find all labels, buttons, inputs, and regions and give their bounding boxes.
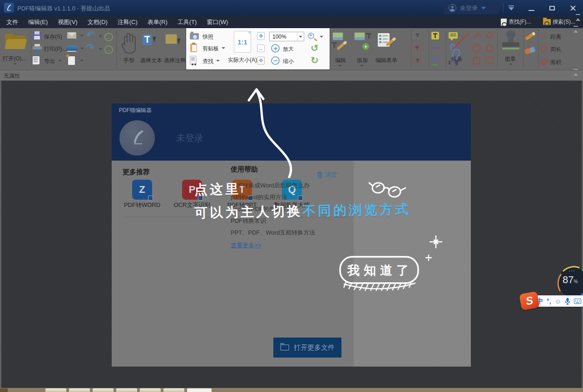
- edit-dropdown-icon[interactable]: [338, 65, 342, 67]
- taskbar-button[interactable]: [116, 388, 137, 392]
- stamp-dropdown-icon[interactable]: [509, 64, 513, 65]
- arrow-shape-button[interactable]: [472, 31, 481, 40]
- export-dropdown-icon[interactable]: [58, 60, 62, 62]
- search-menu-button[interactable]: 搜索(S)...: [543, 16, 575, 28]
- ime-emoji-icon[interactable]: ☺: [555, 298, 561, 305]
- taskbar-button[interactable]: [69, 388, 90, 392]
- menu-tools[interactable]: 工具(T): [178, 18, 203, 26]
- menubar-collapse-button[interactable]: [576, 18, 580, 21]
- add-content-button[interactable]: + 添加: [352, 30, 373, 69]
- ime-mic-icon[interactable]: [565, 298, 570, 305]
- rotate-right-button[interactable]: ↻: [311, 55, 319, 65]
- select-comment-button[interactable]: 选择注释: [163, 30, 187, 69]
- tutorial-confirm-button[interactable]: 我知道了: [334, 252, 429, 294]
- property-bar-collapse-button[interactable]: [573, 73, 578, 76]
- add-dropdown-icon[interactable]: [360, 65, 364, 67]
- minimize-button[interactable]: [521, 0, 541, 16]
- rectangle-shape-button[interactable]: [472, 56, 481, 65]
- close-button[interactable]: [563, 0, 583, 16]
- clear-button[interactable]: 清空: [317, 171, 337, 179]
- rotate-left-button[interactable]: ↺: [311, 43, 319, 53]
- taskbar-button[interactable]: [45, 388, 66, 392]
- zoom-in-icon: [271, 44, 280, 53]
- tutorial-hint-line2: 可以为主人切换不同的浏览方式: [194, 201, 411, 222]
- login-dropdown-icon[interactable]: [481, 7, 486, 10]
- polyline-shape-button[interactable]: [485, 31, 494, 40]
- menu-window[interactable]: 窗口(W): [207, 18, 234, 26]
- find-menu-button[interactable]: 查找(F)...: [501, 16, 531, 28]
- polygon-shape-button[interactable]: [485, 44, 494, 53]
- taskbar-button[interactable]: [140, 388, 161, 392]
- callout-tool-button[interactable]: [413, 57, 421, 64]
- welcome-avatar[interactable]: [119, 120, 155, 156]
- menu-edit[interactable]: 编辑(E): [28, 18, 54, 26]
- maximize-button[interactable]: [542, 0, 562, 16]
- user-login-widget[interactable]: 未登录: [444, 2, 499, 14]
- stamp-button[interactable]: 图章: [499, 28, 523, 70]
- magnifier-dropdown-icon[interactable]: [320, 36, 323, 38]
- app-pdf2word[interactable]: Z: [132, 180, 152, 200]
- zoom-level-select[interactable]: 100%: [269, 32, 304, 41]
- highlight-text-button[interactable]: [431, 32, 439, 39]
- clear-label: 清空: [325, 171, 337, 179]
- distance-icon: ↔: [538, 30, 549, 42]
- save-icon: [33, 31, 41, 40]
- mail-dropdown-icon[interactable]: [80, 35, 84, 37]
- scan-dropdown-icon[interactable]: [80, 48, 84, 49]
- hand-tool-button[interactable]: 手型: [119, 30, 139, 69]
- fit-page-button[interactable]: ✥: [257, 32, 265, 40]
- next-view-button[interactable]: →: [104, 45, 113, 54]
- perimeter-tool-button[interactable]: 周长: [539, 44, 548, 55]
- edit-content-button[interactable]: 编辑: [331, 30, 351, 69]
- text-box-tool-button[interactable]: [413, 44, 421, 51]
- text-field-tool-button[interactable]: [413, 32, 421, 39]
- find-dropdown-icon[interactable]: [216, 60, 220, 62]
- quill-icon: [119, 120, 155, 156]
- menu-document[interactable]: 文档(D): [88, 18, 114, 26]
- previous-view-button[interactable]: ←: [104, 33, 113, 41]
- toolbar-collapse-button[interactable]: [573, 30, 578, 33]
- pencil-tool-button[interactable]: [525, 32, 536, 40]
- taskbar-button[interactable]: [93, 388, 114, 392]
- open-button[interactable]: 打开(O)...: [0, 28, 31, 70]
- menu-comment[interactable]: 注释(C): [118, 18, 144, 26]
- cloud-shape-button[interactable]: [485, 56, 494, 65]
- ribbon-collapse-button[interactable]: [501, 0, 521, 16]
- new-doc-dropdown-icon[interactable]: [80, 60, 84, 62]
- circle-shape-button[interactable]: [472, 44, 481, 53]
- open-more-files-button[interactable]: 打开更多文件: [273, 338, 341, 358]
- fit-visible-button[interactable]: ✥: [257, 57, 265, 64]
- zoom-out-icon: [271, 56, 280, 65]
- export-label: 导出: [44, 58, 55, 65]
- help-link-5[interactable]: PPT、PDF、Word互相转换方法: [231, 229, 315, 237]
- taskbar-button[interactable]: [163, 388, 184, 392]
- os-taskbar[interactable]: [0, 388, 583, 392]
- open-dropdown-icon[interactable]: [13, 63, 17, 65]
- app-window: PDF猫编辑器 v1.1.1.0 - 菩提山出品 未登录 文件 编辑(E) 视图…: [0, 0, 583, 392]
- menu-form[interactable]: 表单(R): [148, 18, 174, 26]
- ime-toolbar[interactable]: 中 °, ☺: [535, 295, 583, 307]
- see-more-link[interactable]: 查看更多>>: [231, 241, 261, 250]
- clipboard-dropdown-icon[interactable]: [222, 47, 225, 49]
- edit-form-button[interactable]: 编辑表单: [374, 30, 400, 69]
- menu-file[interactable]: 文件: [6, 18, 25, 26]
- taskbar-button-active[interactable]: [187, 388, 212, 392]
- line-tool-button[interactable]: 线条: [447, 28, 474, 70]
- taskbar-start-fragment[interactable]: [0, 388, 8, 392]
- underline-text-button[interactable]: [431, 57, 439, 65]
- fit-width-button[interactable]: ↔: [257, 44, 265, 52]
- recommend-title: 更多推荐: [123, 168, 150, 176]
- select-text-button[interactable]: 选择文本: [140, 30, 163, 69]
- area-tool-button[interactable]: 面积: [539, 57, 548, 68]
- add-label: 添加: [357, 57, 368, 64]
- eraser-tool-button[interactable]: [524, 47, 535, 54]
- ime-keyboard-icon[interactable]: [574, 299, 581, 304]
- sogou-ime-logo[interactable]: S: [519, 291, 540, 310]
- undo-dropdown-icon[interactable]: [99, 35, 102, 37]
- welcome-dialog-title: PDF猫编辑器: [119, 107, 152, 114]
- strikethrough-text-button[interactable]: [431, 44, 439, 52]
- redo-dropdown-icon[interactable]: [99, 48, 102, 50]
- ime-punctuation-mode[interactable]: °,: [547, 298, 551, 305]
- edit-image-icon: [332, 32, 343, 40]
- menu-view[interactable]: 视图(V): [58, 18, 84, 26]
